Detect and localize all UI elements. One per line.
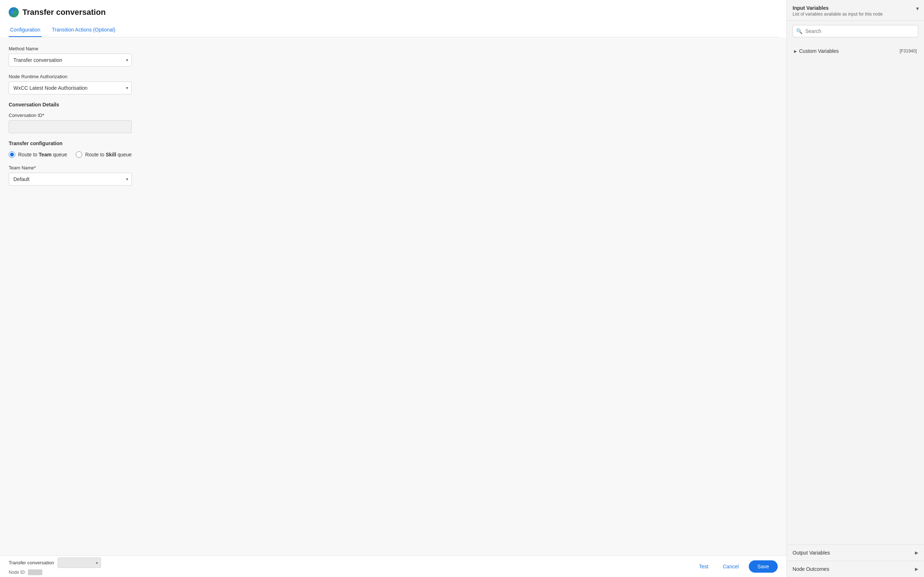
right-panel-footer: Output Variables ▶ Node Outcomes ▶ [787, 545, 924, 577]
bottom-node-label: Transfer conversation [9, 560, 54, 566]
radio-team-label: Route to Team queue [18, 152, 67, 158]
radio-skill-label: Route to Skill queue [85, 152, 131, 158]
svg-point-1 [13, 11, 16, 14]
bottom-node-select[interactable] [58, 558, 101, 568]
radio-team-option[interactable]: Route to Team queue [9, 151, 67, 158]
node-outcomes-label: Node Outcomes [793, 566, 829, 572]
right-panel-title: Input Variables [793, 5, 918, 11]
save-button[interactable]: Save [749, 560, 778, 573]
tab-transition-actions[interactable]: Transition Actions (Optional) [50, 23, 116, 37]
bottom-bar: Transfer conversation ▾ Node ID: [0, 555, 787, 577]
node-runtime-select-wrapper: WxCC Latest Node Authorisation ▾ [9, 81, 132, 95]
bottom-left-info: Transfer conversation ▾ Node ID: [9, 558, 101, 575]
node-id-row: Node ID: [9, 569, 101, 575]
main-panel: Transfer conversation Configuration Tran… [0, 0, 787, 577]
custom-vars-chevron-icon: ▶ [794, 49, 797, 53]
search-input[interactable] [793, 25, 918, 37]
collapse-icon[interactable]: ▾ [916, 5, 919, 12]
transfer-config-heading: Transfer configuration [9, 140, 778, 146]
bottom-select-wrapper: ▾ [58, 558, 101, 568]
method-name-section: Method Name Transfer conversation ▾ [9, 46, 778, 67]
node-id-label: Node ID: [9, 570, 26, 575]
custom-vars-label: Custom Variables [799, 48, 839, 54]
bottom-right: Test Cancel Save [695, 560, 778, 573]
panel-header: Transfer conversation Configuration Tran… [0, 0, 787, 37]
conversation-details-heading: Conversation Details [9, 102, 778, 108]
node-runtime-select[interactable]: WxCC Latest Node Authorisation [9, 81, 132, 95]
right-panel-subtitle: List of variables available as input for… [793, 11, 918, 17]
output-vars-section[interactable]: Output Variables ▶ [787, 545, 924, 561]
bottom-left: Transfer conversation ▾ Node ID: [9, 558, 101, 575]
method-name-select-wrapper: Transfer conversation ▾ [9, 53, 132, 67]
panel-title-row: Transfer conversation [9, 7, 778, 18]
custom-vars-badge: [F31940] [900, 48, 917, 53]
method-name-select[interactable]: Transfer conversation [9, 53, 132, 67]
tabs-row: Configuration Transition Actions (Option… [9, 23, 778, 37]
team-name-label: Team Name* [9, 165, 778, 171]
app-container: Transfer conversation Configuration Tran… [0, 0, 924, 577]
conversation-id-input[interactable] [9, 120, 132, 133]
panel-content: Method Name Transfer conversation ▾ Node… [0, 37, 787, 555]
custom-vars-left: ▶ Custom Variables [794, 48, 839, 54]
tab-configuration[interactable]: Configuration [9, 23, 42, 37]
radio-group: Route to Team queue Route to Skill queue [9, 151, 778, 158]
conversation-id-label: Conversation ID* [9, 113, 778, 118]
search-box-wrapper: 🔍 [787, 21, 924, 42]
cancel-button[interactable]: Cancel [718, 561, 743, 572]
right-panel-body: ▶ Custom Variables [F31940] [787, 42, 924, 545]
right-panel: Input Variables List of variables availa… [787, 0, 924, 577]
method-name-label: Method Name [9, 46, 778, 52]
transfer-config-section: Transfer configuration Route to Team que… [9, 140, 778, 158]
team-name-section: Team Name* Default ▾ [9, 165, 778, 186]
conversation-details-section: Conversation Details Conversation ID* [9, 102, 778, 133]
radio-skill-option[interactable]: Route to Skill queue [76, 151, 131, 158]
output-vars-chevron-icon: ▶ [915, 550, 918, 555]
page-title: Transfer conversation [23, 8, 106, 17]
node-runtime-section: Node Runtime Authorization WxCC Latest N… [9, 74, 778, 95]
main-layout: Transfer conversation Configuration Tran… [0, 0, 924, 577]
test-button[interactable]: Test [695, 561, 713, 572]
right-panel-header: Input Variables List of variables availa… [787, 0, 924, 21]
radio-team-input[interactable] [9, 151, 15, 158]
app-logo [9, 7, 19, 18]
radio-skill-input[interactable] [76, 151, 82, 158]
node-outcomes-section[interactable]: Node Outcomes ▶ [787, 561, 924, 577]
team-name-select[interactable]: Default [9, 172, 132, 186]
node-runtime-label: Node Runtime Authorization [9, 74, 778, 79]
node-outcomes-chevron-icon: ▶ [915, 566, 918, 572]
node-id-badge [28, 569, 42, 575]
search-box-container: 🔍 [793, 25, 918, 37]
team-name-select-wrapper: Default ▾ [9, 172, 132, 186]
output-vars-label: Output Variables [793, 550, 830, 556]
custom-vars-row[interactable]: ▶ Custom Variables [F31940] [793, 45, 918, 57]
